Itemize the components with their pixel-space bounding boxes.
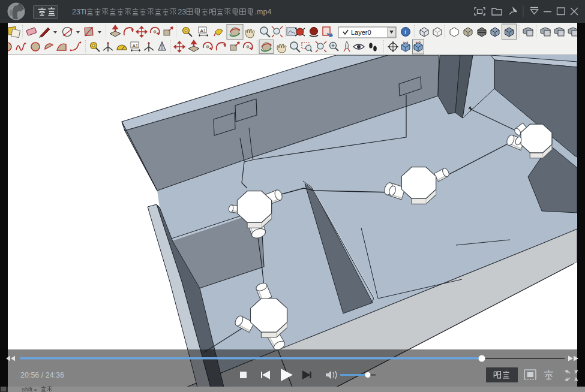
svg-text:23: 23 [178,8,186,16]
svg-text:Layer0: Layer0 [351,29,371,36]
svg-text:i: i [404,28,406,35]
svg-text:.mp4: .mp4 [255,8,272,16]
svg-text:A1: A1 [200,28,206,34]
svg-text:23Ti: 23Ti [72,8,86,16]
svg-text:A1: A1 [133,43,139,49]
svg-text:20:56 / 24:36: 20:56 / 24:36 [20,371,64,379]
